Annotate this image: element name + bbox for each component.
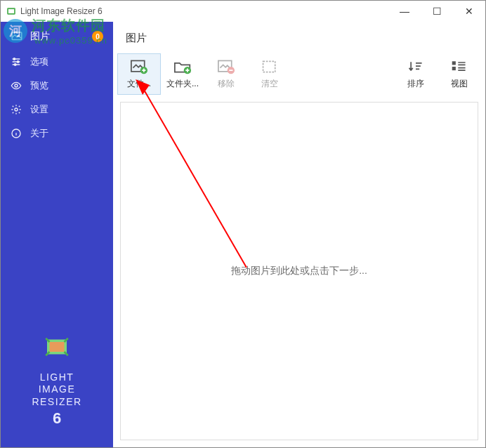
svg-point-6 [15, 84, 18, 87]
sidebar-item-label: 预览 [30, 79, 48, 92]
sidebar-brand: LIGHT IMAGE RESIZER 6 [1, 332, 113, 448]
folder-add-icon [173, 58, 192, 75]
drop-hint-text: 拖动图片到此处或点击下一步... [231, 265, 367, 277]
toolbar-label: 清空 [261, 78, 278, 90]
file-add-icon [129, 58, 149, 75]
info-icon [11, 128, 22, 139]
gear-icon [11, 104, 22, 115]
svg-point-7 [15, 108, 18, 111]
brand-version: 6 [1, 409, 113, 428]
minimize-button[interactable]: — [388, 1, 421, 22]
add-folder-button[interactable]: 文件夹... [161, 53, 204, 95]
toolbar-label: 视图 [451, 78, 468, 90]
sidebar-header-images[interactable]: 图片 0 [1, 22, 113, 50]
sidebar-item-preview[interactable]: 预览 [1, 74, 113, 98]
toolbar-label: 排序 [407, 78, 424, 90]
toolbar-label: 文件夹... [166, 78, 199, 90]
svg-rect-10 [50, 342, 65, 352]
clear-icon [260, 58, 280, 75]
sidebar-item-about[interactable]: 关于 [1, 121, 113, 145]
close-button[interactable]: ✕ [453, 1, 485, 22]
svg-rect-17 [452, 61, 456, 65]
sidebar-header-label: 图片 [30, 30, 92, 43]
remove-icon [216, 58, 236, 75]
add-file-button[interactable]: 文件... [117, 53, 161, 95]
svg-point-5 [14, 64, 16, 66]
page-title: 图片 [113, 22, 485, 48]
titlebar: Light Image Resizer 6 — ☐ ✕ [1, 1, 485, 22]
image-count-badge: 0 [92, 31, 103, 42]
svg-point-4 [17, 61, 19, 63]
sidebar-item-settings[interactable]: 设置 [1, 98, 113, 121]
svg-point-3 [13, 58, 15, 60]
svg-rect-16 [263, 61, 275, 72]
sidebar-item-label: 设置 [30, 103, 48, 116]
content-pane: 图片 文件... 文件夹... 移除 清空 [113, 22, 485, 447]
view-icon [449, 58, 469, 75]
brand-logo-icon [42, 332, 72, 362]
eye-icon [11, 80, 22, 91]
toolbar: 文件... 文件夹... 移除 清空 排序 [113, 48, 485, 99]
clear-button: 清空 [248, 53, 291, 95]
svg-rect-18 [452, 67, 456, 70]
sidebar: 图片 0 选项 预览 设置 关于 LIGHT IMAGE RESIZER 6 [1, 22, 113, 447]
sidebar-item-label: 选项 [30, 55, 48, 68]
sort-button[interactable]: 排序 [394, 53, 438, 95]
maximize-button[interactable]: ☐ [421, 1, 453, 22]
brand-line2: IMAGE [1, 383, 113, 396]
sidebar-item-label: 关于 [30, 127, 48, 140]
app-icon [6, 6, 16, 16]
window-title: Light Image Resizer 6 [20, 6, 388, 16]
toolbar-label: 移除 [218, 78, 235, 90]
view-button[interactable]: 视图 [438, 53, 481, 95]
sliders-icon [11, 56, 22, 67]
drop-area[interactable]: 拖动图片到此处或点击下一步... [120, 102, 478, 440]
sidebar-item-options[interactable]: 选项 [1, 50, 113, 74]
toolbar-label: 文件... [127, 78, 151, 90]
brand-line1: LIGHT [1, 371, 113, 384]
remove-button: 移除 [204, 53, 248, 95]
svg-rect-1 [8, 9, 14, 13]
sort-icon [406, 58, 426, 75]
brand-line3: RESIZER [1, 396, 113, 409]
image-icon [11, 30, 23, 43]
